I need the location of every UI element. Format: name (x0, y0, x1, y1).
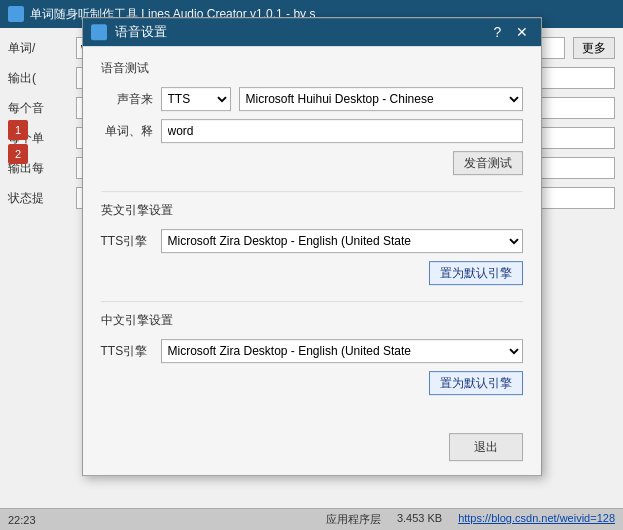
voice-test-section: 语音测试 声音来 TTS Microsoft Huihui Desktop - … (101, 60, 523, 175)
dialog-help-button[interactable]: ? (487, 21, 509, 43)
exit-button[interactable]: 退出 (449, 433, 523, 461)
taskbar-right: 应用程序层 3.453 KB https://blog.csdn.net/wei… (326, 512, 615, 527)
bg-btn-1[interactable]: 更多 (573, 37, 615, 59)
taskbar: 22:23 应用程序层 3.453 KB https://blog.csdn.n… (0, 508, 623, 530)
bg-number-list: 1 2 (8, 120, 28, 164)
word-input[interactable] (161, 119, 523, 143)
english-tts-label: TTS引擎 (101, 233, 153, 250)
english-default-button[interactable]: 置为默认引擎 (429, 261, 523, 285)
bg-label-2: 输出( (8, 70, 68, 87)
divider-1 (101, 191, 523, 192)
dialog-app-icon (91, 24, 107, 40)
bg-num-1: 1 (8, 120, 28, 140)
chinese-engine-section: 中文引擎设置 TTS引擎 Microsoft Zira Desktop - En… (101, 312, 523, 395)
word-row: 单词、释 (101, 119, 523, 143)
english-engine-section: 英文引擎设置 TTS引擎 Microsoft Zira Desktop - En… (101, 202, 523, 285)
source-row: 声音来 TTS Microsoft Huihui Desktop - Chine… (101, 87, 523, 111)
chinese-section-title: 中文引擎设置 (101, 312, 523, 329)
taskbar-app-label: 应用程序层 (326, 512, 381, 527)
pronounce-test-button[interactable]: 发音测试 (453, 151, 523, 175)
taskbar-file-size: 3.453 KB (397, 512, 442, 527)
taskbar-time: 22:23 (8, 514, 36, 526)
dialog-body: 语音测试 声音来 TTS Microsoft Huihui Desktop - … (83, 46, 541, 425)
dialog-title: 语音设置 (115, 23, 485, 41)
divider-2 (101, 301, 523, 302)
bg-app-icon (8, 6, 24, 22)
english-engine-row: TTS引擎 Microsoft Zira Desktop - English (… (101, 229, 523, 253)
taskbar-link[interactable]: https://blog.csdn.net/weivid=128 (458, 512, 615, 527)
bg-label-3: 每个音 (8, 100, 68, 117)
english-engine-select[interactable]: Microsoft Zira Desktop - English (United… (161, 229, 523, 253)
chinese-engine-select[interactable]: Microsoft Zira Desktop - English (United… (161, 339, 523, 363)
chinese-default-btn-row: 置为默认引擎 (101, 371, 523, 395)
bg-label-6: 状态提 (8, 190, 68, 207)
voice-settings-dialog: 语音设置 ? ✕ 语音测试 声音来 TTS Microsoft Huihui D… (82, 17, 542, 476)
chinese-tts-label: TTS引擎 (101, 343, 153, 360)
voice-test-title: 语音测试 (101, 60, 523, 77)
dialog-close-button[interactable]: ✕ (511, 21, 533, 43)
voice-select[interactable]: Microsoft Huihui Desktop - Chinese (239, 87, 523, 111)
bg-label-1: 单词/ (8, 40, 68, 57)
dialog-footer: 退出 (83, 425, 541, 475)
english-section-title: 英文引擎设置 (101, 202, 523, 219)
test-btn-row: 发音测试 (101, 151, 523, 175)
chinese-engine-row: TTS引擎 Microsoft Zira Desktop - English (… (101, 339, 523, 363)
source-label: 声音来 (101, 91, 153, 108)
dialog-titlebar: 语音设置 ? ✕ (83, 18, 541, 46)
bg-num-2: 2 (8, 144, 28, 164)
english-default-btn-row: 置为默认引擎 (101, 261, 523, 285)
word-label: 单词、释 (101, 123, 153, 140)
tts-select[interactable]: TTS (161, 87, 231, 111)
chinese-default-button[interactable]: 置为默认引擎 (429, 371, 523, 395)
